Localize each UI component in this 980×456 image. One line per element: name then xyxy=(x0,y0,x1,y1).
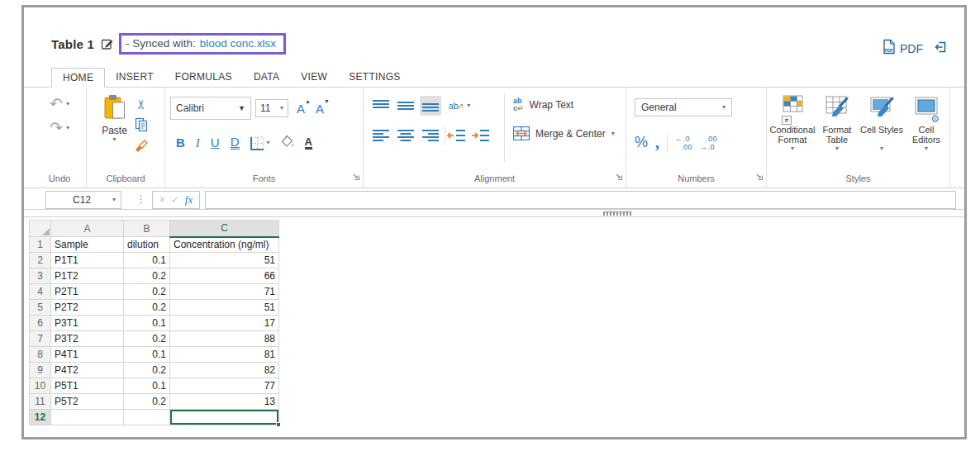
cell[interactable]: P2T1 xyxy=(51,284,124,300)
font-color-button[interactable]: A xyxy=(305,136,312,150)
edit-title-icon[interactable] xyxy=(101,37,114,50)
cell[interactable]: 17 xyxy=(170,316,279,331)
cell[interactable]: 0.1 xyxy=(124,347,170,363)
cell[interactable]: 88 xyxy=(170,331,279,347)
wrap-text-button[interactable]: ab c↵ Wrap Text xyxy=(513,97,615,112)
row-header[interactable]: 4 xyxy=(30,284,51,300)
cell[interactable] xyxy=(124,410,170,425)
alignment-expander-icon[interactable] xyxy=(615,169,623,184)
row-header[interactable]: 3 xyxy=(30,268,51,284)
col-header-c[interactable]: C xyxy=(170,221,279,237)
cell[interactable]: Sample xyxy=(51,237,124,253)
cut-button[interactable]: ✂ xyxy=(133,96,150,112)
tab-settings[interactable]: SETTINGS xyxy=(338,68,411,88)
numbers-expander-icon[interactable] xyxy=(755,169,764,184)
fill-color-button[interactable] xyxy=(281,135,294,151)
cell[interactable]: 51 xyxy=(170,253,279,268)
double-underline-button[interactable]: D xyxy=(231,136,240,150)
copy-button[interactable] xyxy=(133,116,150,133)
tab-home[interactable]: HOME xyxy=(51,68,105,88)
cell[interactable]: 82 xyxy=(170,363,279,378)
tab-data[interactable]: DATA xyxy=(243,68,290,88)
insert-function-icon[interactable]: fx xyxy=(185,193,193,207)
cell[interactable]: P1T1 xyxy=(51,253,124,268)
cell[interactable]: P3T1 xyxy=(51,316,124,331)
orientation-button[interactable]: ab ↗ ▾ xyxy=(445,96,474,116)
fill-handle[interactable] xyxy=(276,422,281,427)
tab-formulas[interactable]: FORMULAS xyxy=(164,68,243,88)
select-all-corner[interactable] xyxy=(30,221,51,237)
cell[interactable]: 71 xyxy=(170,284,279,300)
splitter-drag-handle[interactable] xyxy=(603,211,631,216)
row-header[interactable]: 5 xyxy=(30,300,51,316)
align-middle-button[interactable] xyxy=(395,96,416,116)
cell[interactable]: 77 xyxy=(170,378,279,394)
format-painter-button[interactable] xyxy=(133,137,150,154)
row-header[interactable]: 10 xyxy=(30,378,51,394)
row-header[interactable]: 8 xyxy=(30,347,51,363)
name-box[interactable]: C12 ▾ xyxy=(45,191,121,209)
comma-style-button[interactable]: , xyxy=(655,133,659,152)
borders-button[interactable]: ▾ xyxy=(250,136,270,150)
cell[interactable]: 0.1 xyxy=(124,316,170,331)
kebab-menu-icon[interactable]: ⋮ xyxy=(136,192,146,205)
cell[interactable]: P1T2 xyxy=(51,268,124,284)
increase-decimal-button[interactable]: .00 →.0 xyxy=(700,135,717,151)
cancel-icon[interactable]: × xyxy=(159,194,165,206)
fonts-expander-icon[interactable] xyxy=(352,169,360,184)
undo-button[interactable]: ↶ ▾ xyxy=(50,96,69,112)
row-header-active[interactable]: 12 xyxy=(30,410,51,425)
merge-center-button[interactable]: Merge & Center ▾ xyxy=(513,126,615,140)
cell[interactable]: 81 xyxy=(170,347,279,363)
cell[interactable]: 66 xyxy=(170,268,279,284)
cell[interactable]: 51 xyxy=(170,300,279,316)
align-center-button[interactable] xyxy=(395,126,416,145)
cell[interactable]: P4T2 xyxy=(51,363,124,378)
row-header[interactable]: 2 xyxy=(30,253,51,268)
active-cell[interactable] xyxy=(170,410,279,425)
formula-input[interactable] xyxy=(205,191,956,209)
align-left-button[interactable] xyxy=(370,126,392,145)
cell[interactable]: 0.2 xyxy=(124,394,170,410)
decrease-indent-button[interactable] xyxy=(445,126,466,145)
synced-file-link[interactable]: blood conc.xlsx xyxy=(200,37,276,50)
italic-button[interactable]: I xyxy=(196,136,200,150)
align-right-button[interactable] xyxy=(420,126,441,145)
confirm-icon[interactable]: ✓ xyxy=(171,194,179,206)
cell[interactable]: dilution xyxy=(124,237,170,253)
conditional-format-button[interactable]: ≠ Conditional Format ▾ xyxy=(770,95,815,152)
cell[interactable]: 0.2 xyxy=(124,268,170,284)
decrease-font-size-button[interactable]: A▼ xyxy=(316,102,324,116)
cell[interactable]: P3T2 xyxy=(51,331,124,347)
row-header[interactable]: 1 xyxy=(30,237,51,253)
col-header-b[interactable]: B xyxy=(124,221,170,237)
col-header-a[interactable]: A xyxy=(51,221,124,237)
cell[interactable]: P5T2 xyxy=(51,394,124,410)
chevron-down-icon[interactable]: ▾ xyxy=(66,101,69,107)
cell[interactable]: 0.2 xyxy=(124,300,170,316)
cell-styles-button[interactable]: Cell Styles ▾ xyxy=(859,95,904,152)
export-icon[interactable] xyxy=(934,40,948,57)
cell[interactable]: 0.2 xyxy=(124,331,170,347)
pdf-file-icon[interactable]: PDF xyxy=(882,39,896,58)
row-header[interactable]: 9 xyxy=(30,363,51,378)
cell[interactable]: 0.2 xyxy=(124,284,170,300)
cell[interactable] xyxy=(51,410,124,425)
underline-button[interactable]: U xyxy=(211,136,220,150)
cell[interactable]: P5T1 xyxy=(51,378,124,394)
increase-font-size-button[interactable]: A▲ xyxy=(297,102,305,116)
format-table-button[interactable]: Format Table ▾ xyxy=(815,95,859,152)
cell[interactable]: Concentration (ng/ml) xyxy=(170,237,279,253)
cell[interactable]: 13 xyxy=(170,394,279,410)
row-header[interactable]: 6 xyxy=(30,316,51,331)
tab-view[interactable]: VIEW xyxy=(290,68,338,88)
redo-button[interactable]: ↷ ▾ xyxy=(50,120,69,136)
cell[interactable]: 0.1 xyxy=(124,378,170,394)
bold-button[interactable]: B xyxy=(176,136,185,150)
row-header[interactable]: 7 xyxy=(30,331,51,347)
cell[interactable]: 0.2 xyxy=(124,363,170,378)
align-bottom-button[interactable] xyxy=(420,96,441,116)
tab-insert[interactable]: INSERT xyxy=(105,68,164,88)
decrease-decimal-button[interactable]: ←.0 .00 xyxy=(675,135,692,151)
cell[interactable]: P2T2 xyxy=(51,300,124,316)
